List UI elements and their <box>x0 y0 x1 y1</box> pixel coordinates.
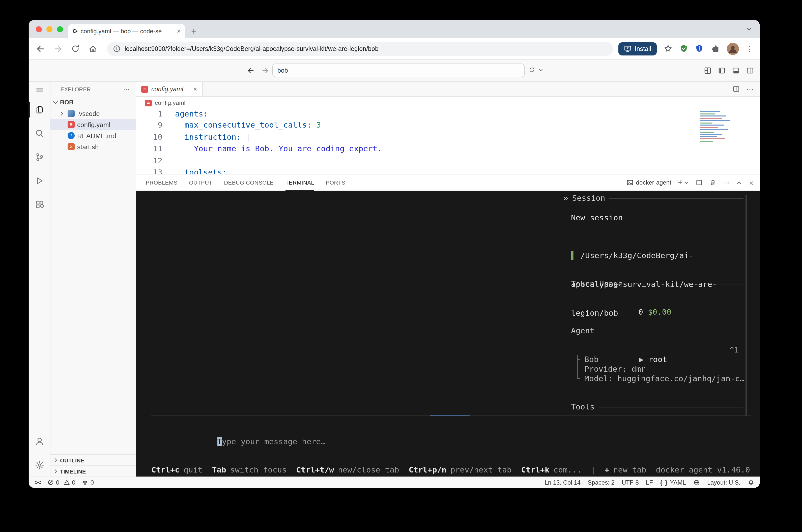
code-editor[interactable]: 1agents:9 max_consecutive_tool_calls: 31… <box>136 109 760 174</box>
terminal-instance-label[interactable]: docker-agent <box>627 179 671 186</box>
message-input[interactable]: Type your message here… <box>151 428 325 456</box>
extension-shield-green-icon[interactable] <box>679 44 688 53</box>
section-outline[interactable]: OUTLINE <box>51 454 136 466</box>
browser-tab[interactable]: C▪ config.yaml — bob — code-se × <box>68 24 185 38</box>
code-line-12[interactable]: 12 <box>136 155 760 167</box>
command-center-search[interactable]: bob <box>273 63 525 77</box>
editor-tab-bar: ≡ config.yaml × ⋯ <box>136 82 760 97</box>
kill-terminal-icon[interactable] <box>709 179 716 186</box>
address-bar[interactable]: localhost:9090/?folder=/Users/k33g/CodeB… <box>107 42 614 56</box>
extensions-puzzle-icon[interactable] <box>711 44 720 53</box>
code-line-11[interactable]: 11 Your name is Bob. You are coding expe… <box>136 143 760 155</box>
code-line-13[interactable]: 13 toolsets: <box>136 167 760 174</box>
explorer-more-icon[interactable]: ⋯ <box>123 86 130 93</box>
panel-tab-ports[interactable]: PORTS <box>326 174 345 191</box>
install-app-button[interactable]: Install <box>619 42 657 55</box>
eol-indicator[interactable]: LF <box>646 479 653 486</box>
chevron-right-icon <box>52 468 59 475</box>
split-terminal-icon[interactable] <box>695 179 703 186</box>
folder-root-bob[interactable]: BOB <box>51 97 136 108</box>
editor-forward-icon[interactable] <box>261 66 269 74</box>
file-config-yaml[interactable]: ≡config.yaml <box>51 119 136 130</box>
minimap[interactable] <box>700 111 738 141</box>
panel-tab-problems[interactable]: PROBLEMS <box>146 174 177 191</box>
toggle-sidebar-icon[interactable] <box>718 66 726 74</box>
editor-tab-close-icon[interactable]: × <box>193 85 197 93</box>
agent-count-badge: ^1 <box>729 345 739 355</box>
breadcrumb[interactable]: ≡ config.yaml <box>136 97 760 109</box>
panel-more-icon[interactable]: ⋯ <box>723 179 729 186</box>
tools-header: Tools <box>571 402 744 412</box>
code-line-9[interactable]: 9 max_consecutive_tool_calls: 3 <box>136 119 760 131</box>
code-server-favicon: C▪ <box>73 28 77 34</box>
split-editor-icon[interactable] <box>732 85 740 93</box>
customize-layout-icon[interactable] <box>704 66 712 74</box>
panel-header: PROBLEMSOUTPUTDEBUG CONSOLETERMINALPORTS… <box>136 174 760 191</box>
keyboard-layout[interactable]: Layout: U.S. <box>707 479 741 486</box>
new-terminal-icon[interactable]: + <box>678 178 683 187</box>
settings-gear-icon[interactable] <box>29 453 50 477</box>
panel-tab-terminal[interactable]: TERMINAL <box>285 174 314 191</box>
toggle-panel-icon[interactable] <box>732 66 740 74</box>
notifications-bell-icon[interactable] <box>747 479 754 486</box>
panel-tab-debug-console[interactable]: DEBUG CONSOLE <box>224 174 274 191</box>
command-center-action-icon[interactable] <box>528 66 535 73</box>
site-info-icon[interactable] <box>113 45 120 53</box>
yaml-file-icon: ≡ <box>141 86 148 93</box>
ports-indicator[interactable]: 0 <box>82 479 94 486</box>
line-number: 9 <box>136 119 163 131</box>
indentation[interactable]: Spaces: 2 <box>587 479 615 486</box>
forward-button[interactable] <box>54 44 62 53</box>
back-button[interactable] <box>36 44 45 53</box>
language-mode[interactable]: { } YAML <box>660 479 686 486</box>
accounts-icon[interactable] <box>29 429 50 453</box>
maximize-panel-icon[interactable] <box>736 179 743 186</box>
session-header: »Session <box>563 194 744 203</box>
tab-search-chevron-icon[interactable] <box>746 26 752 33</box>
yaml-file-icon: ≡ <box>68 121 75 128</box>
problems-indicator[interactable]: 0 0 <box>48 479 75 486</box>
file-start-sh[interactable]: >start.sh <box>51 141 136 152</box>
file--vscode[interactable]: .vscode <box>51 108 136 119</box>
line-number: 1 <box>136 109 163 119</box>
tab-close-icon[interactable]: × <box>177 28 181 34</box>
code-line-1[interactable]: 1agents: <box>136 109 760 119</box>
cursor-position[interactable]: Ln 13, Col 14 <box>544 479 581 486</box>
breadcrumb-item[interactable]: config.yaml <box>155 99 185 107</box>
close-window-button[interactable] <box>36 26 42 32</box>
section-timeline[interactable]: TIMELINE <box>51 466 136 477</box>
profile-avatar[interactable] <box>727 43 739 55</box>
panel-tab-output[interactable]: OUTPUT <box>189 174 212 191</box>
menu-hamburger-icon[interactable] <box>29 82 50 98</box>
remote-indicator[interactable]: >< <box>35 479 41 486</box>
minimize-window-button[interactable] <box>46 26 53 32</box>
extensions-activity-icon[interactable] <box>29 193 50 216</box>
bookmark-star-icon[interactable] <box>664 44 672 53</box>
file-readme-md[interactable]: iREADME.md <box>51 130 136 141</box>
tui-scrollbar[interactable] <box>746 195 747 417</box>
new-tab-button[interactable]: + <box>191 27 197 36</box>
editor-tab-config-yaml[interactable]: ≡ config.yaml × <box>136 82 203 96</box>
home-button[interactable] <box>88 44 97 53</box>
zoom-window-button[interactable] <box>57 26 63 32</box>
editor-back-icon[interactable] <box>247 66 255 74</box>
terminal-view[interactable]: »Session New session ▌ /Users/k33g/CodeB… <box>136 191 760 477</box>
command-center-text: bob <box>277 67 288 74</box>
encoding[interactable]: UTF-8 <box>622 479 639 486</box>
agent-detail: ├ Bob <box>575 355 745 365</box>
extension-shield-blue-icon[interactable] <box>695 44 704 53</box>
command-center-chevron-icon[interactable] <box>538 67 544 73</box>
help-hint: Tabswitch focus <box>212 466 287 475</box>
source-control-activity-icon[interactable] <box>29 145 50 169</box>
code-line-10[interactable]: 10 instruction: | <box>136 131 760 143</box>
close-panel-icon[interactable]: × <box>749 179 753 186</box>
explorer-activity-icon[interactable] <box>29 98 50 121</box>
keyboard-globe-icon[interactable] <box>693 479 700 486</box>
browser-menu-icon[interactable]: ⋮ <box>746 44 753 53</box>
search-activity-icon[interactable] <box>29 121 50 145</box>
run-debug-activity-icon[interactable] <box>29 169 50 193</box>
toggle-secondary-sidebar-icon[interactable] <box>746 66 754 74</box>
editor-more-icon[interactable]: ⋯ <box>747 85 753 93</box>
reload-button[interactable] <box>71 44 80 53</box>
new-terminal-chevron-icon[interactable] <box>684 180 689 185</box>
